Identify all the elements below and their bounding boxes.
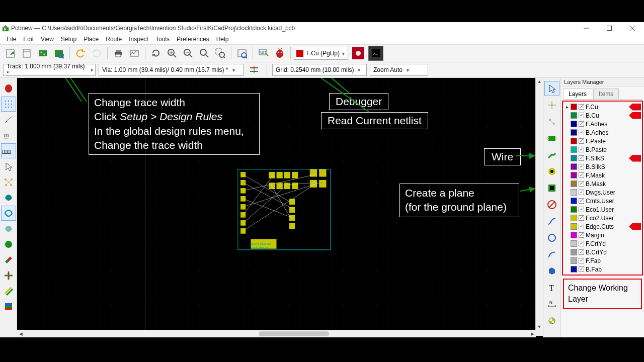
layer-row[interactable]: ✓F.CrtYd: [564, 239, 641, 248]
track-display-icon[interactable]: [1, 268, 16, 283]
layer-checkbox[interactable]: ✓: [579, 207, 584, 212]
draw-arc-icon[interactable]: [544, 247, 559, 262]
close-button[interactable]: [621, 22, 644, 34]
zoom-select[interactable]: Zoom Auto▾: [370, 64, 428, 76]
cursor-shape-icon[interactable]: [1, 159, 16, 174]
route-track-icon[interactable]: [544, 147, 559, 162]
ratsnest-icon[interactable]: [1, 174, 16, 190]
scripting-console-button[interactable]: [368, 46, 383, 61]
zoom-fit-button[interactable]: [197, 46, 212, 61]
zone-display-icon[interactable]: [1, 190, 16, 205]
layer-row[interactable]: ✓Dwgs.User: [564, 188, 641, 197]
menu-tools[interactable]: Tools: [152, 36, 173, 43]
layer-checkbox[interactable]: ✓: [579, 164, 584, 169]
layer-swatch[interactable]: [571, 232, 577, 238]
layer-swatch[interactable]: [571, 240, 577, 247]
layer-row[interactable]: ✓Eco1.User: [564, 205, 641, 214]
footprint-viewer-button[interactable]: [51, 46, 66, 61]
grid-select[interactable]: Grid: 0.2540 mm (10.00 mils)▾: [272, 64, 367, 76]
undo-button[interactable]: [73, 46, 88, 61]
via-display-icon[interactable]: [1, 252, 16, 267]
diff-pair-settings-button[interactable]: [247, 62, 262, 77]
layer-swatch[interactable]: [571, 180, 577, 187]
menu-setup[interactable]: Setup: [57, 36, 80, 43]
layer-row[interactable]: ✓B.SilkS: [564, 162, 641, 171]
render-engine-button[interactable]: [352, 47, 364, 59]
layer-row[interactable]: ✓F.SilkS: [564, 154, 641, 162]
working-layer-select[interactable]: F.Cu (PgUp) ▾: [294, 47, 348, 60]
layer-checkbox[interactable]: ✓: [579, 198, 584, 204]
layer-checkbox[interactable]: ✓: [579, 113, 584, 118]
layer-row[interactable]: ✓B.Cu: [564, 111, 641, 120]
grid-visible-icon[interactable]: [1, 97, 16, 112]
zone-hidden-icon[interactable]: [1, 221, 16, 236]
zone-outline-icon[interactable]: [1, 206, 16, 221]
minimize-button[interactable]: [575, 22, 598, 34]
layer-swatch[interactable]: [571, 163, 577, 170]
layer-checkbox[interactable]: ✓: [579, 104, 584, 110]
menu-preferences[interactable]: Preferences: [173, 36, 213, 43]
layer-swatch[interactable]: [571, 223, 577, 230]
drc-button[interactable]: [272, 46, 287, 61]
highlight-net-icon[interactable]: [544, 98, 559, 113]
layer-row[interactable]: ✓B.Paste: [564, 145, 641, 154]
horizontal-scrollbar[interactable]: ◀▶: [17, 330, 536, 337]
save-button[interactable]: [3, 46, 18, 61]
layer-row[interactable]: ▸✓F.Cu: [564, 103, 641, 111]
polar-coords-icon[interactable]: [1, 112, 16, 127]
layer-swatch[interactable]: [571, 138, 577, 144]
layer-row[interactable]: ✓F.Adhes: [564, 120, 641, 128]
print-button[interactable]: [111, 46, 126, 61]
plot-button[interactable]: [127, 46, 142, 61]
layer-row[interactable]: ✓Eco2.User: [564, 214, 641, 222]
page-settings-button[interactable]: [19, 46, 34, 61]
layer-row[interactable]: ✓F.Paste: [564, 137, 641, 145]
menu-edit[interactable]: Edit: [20, 36, 37, 43]
add-dimension-icon[interactable]: N: [544, 297, 559, 312]
layer-checkbox[interactable]: ✓: [579, 224, 584, 229]
units-in-icon[interactable]: in: [1, 128, 16, 143]
zoom-selection-button[interactable]: [213, 46, 228, 61]
zoom-in-button[interactable]: [165, 46, 180, 61]
units-mm-icon[interactable]: mm: [1, 143, 16, 158]
layer-swatch[interactable]: [571, 112, 577, 119]
layer-checkbox[interactable]: ✓: [579, 172, 584, 178]
layer-swatch[interactable]: [571, 155, 577, 161]
layer-swatch[interactable]: [571, 189, 577, 196]
menu-view[interactable]: View: [37, 36, 57, 43]
add-via-icon[interactable]: [544, 164, 559, 179]
redo-button[interactable]: [89, 46, 104, 61]
read-netlist-button[interactable]: NET: [256, 46, 271, 61]
layer-swatch[interactable]: [571, 266, 577, 273]
select-tool-icon[interactable]: [544, 81, 559, 96]
add-text-icon[interactable]: T: [544, 280, 559, 295]
menu-place[interactable]: Place: [80, 36, 102, 43]
layer-row[interactable]: ✓F.Mask: [564, 171, 641, 179]
local-ratsnest-icon[interactable]: [544, 114, 559, 129]
layer-swatch[interactable]: [571, 206, 577, 213]
layers-manager-icon[interactable]: [1, 299, 16, 314]
layer-swatch[interactable]: [571, 198, 577, 204]
board-setup-button[interactable]: [35, 46, 50, 61]
layer-row[interactable]: ✓Margin: [564, 231, 641, 239]
track-width-select[interactable]: Track: 1.000 mm (39.37 mils) *▾: [3, 64, 96, 76]
menu-inspect[interactable]: Inspect: [125, 36, 152, 43]
layer-checkbox[interactable]: ✓: [579, 147, 584, 152]
layer-checkbox[interactable]: ✓: [579, 215, 584, 221]
menu-help[interactable]: Help: [213, 36, 232, 43]
layer-row[interactable]: ✓Cmts.User: [564, 197, 641, 205]
add-zone-icon[interactable]: [544, 180, 559, 196]
add-footprint-icon[interactable]: [544, 131, 559, 146]
layer-swatch[interactable]: [571, 129, 577, 136]
menu-file[interactable]: File: [3, 36, 20, 43]
layer-swatch[interactable]: [571, 146, 577, 153]
draw-circle-icon[interactable]: [544, 230, 559, 245]
pcb-canvas[interactable]: ground plane and signal keep out Change …: [17, 78, 536, 330]
draw-line-icon[interactable]: [544, 214, 559, 229]
tab-layers[interactable]: Layers: [563, 88, 592, 99]
layer-checkbox[interactable]: ✓: [579, 266, 584, 272]
layer-checkbox[interactable]: ✓: [579, 138, 584, 144]
layer-swatch[interactable]: [571, 121, 577, 127]
tab-items[interactable]: Items: [593, 88, 619, 99]
via-size-select[interactable]: Via: 1.00 mm (39.4 mils)/ 0.40 mm (15.7 …: [99, 64, 244, 76]
